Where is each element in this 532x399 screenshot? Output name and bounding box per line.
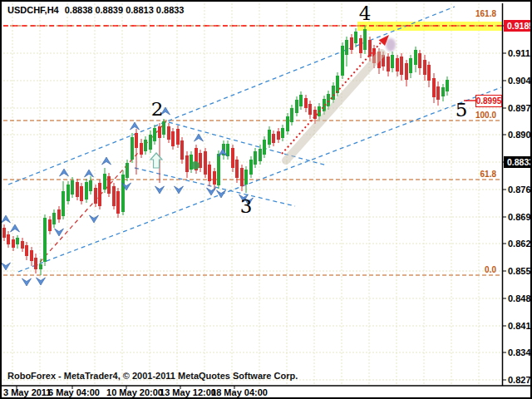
candle: [149, 135, 152, 150]
candle: [98, 183, 101, 206]
fractal-up-icon: [2, 215, 11, 223]
price-tick-label: 0.8975: [508, 103, 532, 113]
candle: [66, 185, 70, 201]
candle: [21, 241, 24, 249]
candle: [441, 87, 445, 96]
smudge-mark: [386, 38, 396, 52]
candle: [208, 165, 211, 181]
fractal-down-icon: [207, 188, 216, 195]
candle: [185, 155, 189, 172]
candle: [272, 134, 275, 143]
candle: [295, 100, 298, 113]
candle: [414, 50, 417, 65]
candle: [25, 245, 28, 256]
candle: [423, 60, 426, 75]
time-tick-label: 18 May 04:00: [211, 387, 268, 397]
price-marker-0.8833: 0.8833: [504, 156, 532, 168]
candle: [290, 108, 293, 122]
wave-point-label-3: 3: [240, 197, 253, 216]
price-tick-label: 0.8555: [508, 266, 532, 276]
candle: [446, 80, 449, 91]
fractal-down-icon: [217, 190, 226, 198]
fib-level-label: 0.0: [485, 265, 496, 274]
candle: [126, 163, 129, 178]
price-tick-label: 0.8905: [508, 130, 532, 140]
candle: [48, 219, 52, 231]
candle: [121, 175, 125, 212]
fib-level-label: 161.8: [475, 9, 496, 18]
candle: [231, 148, 234, 168]
price-marker-0.9185: 0.9185: [504, 20, 532, 32]
chart-canvas[interactable]: [2, 2, 532, 399]
candle: [116, 191, 120, 214]
candle: [327, 94, 330, 106]
candle: [80, 186, 83, 201]
candle: [39, 264, 42, 269]
copyright-notice: RoboForex - MetaTrader4, © 2001-2011 Met…: [7, 371, 298, 381]
candle: [345, 40, 348, 55]
candle: [213, 171, 216, 185]
candle: [359, 38, 362, 53]
candle: [180, 140, 184, 160]
candle: [158, 126, 161, 138]
up-arrow-glyph-icon: [150, 153, 162, 168]
price-tick-label: 0.8415: [508, 321, 532, 331]
price-tick-label: 0.8625: [508, 239, 532, 249]
fib-level-label: 100.0: [475, 111, 496, 120]
chart-title: USDCHF,H40.8838 0.8839 0.8813 0.8833: [7, 5, 184, 15]
candle: [94, 188, 97, 204]
candle: [235, 160, 239, 178]
candle: [140, 143, 143, 155]
candle: [153, 128, 156, 141]
candle: [308, 104, 312, 115]
forecast-price-label: 0.8995: [475, 95, 502, 107]
candle: [16, 238, 19, 244]
candle: [76, 182, 79, 197]
candle: [254, 151, 257, 165]
price-tick-label: 0.9115: [508, 48, 532, 58]
candle: [368, 40, 372, 57]
candle: [176, 129, 180, 145]
fractal-up-icon: [11, 224, 20, 232]
candle: [405, 63, 408, 80]
candle: [387, 57, 390, 71]
candle: [409, 58, 412, 73]
candle: [354, 32, 357, 43]
fibonacci-lines-layer: [3, 26, 502, 275]
symbol-timeframe-label: USDCHF,H4: [7, 5, 59, 15]
candle: [30, 250, 33, 261]
trendlines-layer: [8, 7, 501, 272]
fib-level-label: 61.8: [480, 170, 496, 179]
candle: [350, 37, 353, 50]
price-tick-label: 0.8765: [508, 185, 532, 195]
candle: [341, 46, 344, 76]
price-tick-label: 0.8695: [508, 212, 532, 222]
candle: [240, 168, 244, 186]
candle: [286, 116, 289, 131]
time-tick-label: 13 May 12:00: [160, 387, 216, 397]
candle: [162, 121, 165, 135]
candle: [281, 128, 284, 138]
candle: [107, 176, 111, 194]
candle: [135, 133, 138, 148]
candle: [12, 239, 15, 248]
price-tick-label: 0.9045: [508, 76, 532, 86]
fractal-up-icon: [195, 134, 204, 141]
wave-point-label-5: 5: [456, 101, 468, 120]
fractal-up-icon: [85, 170, 94, 177]
candle: [52, 213, 56, 224]
candle: [259, 149, 262, 161]
candle: [336, 76, 339, 93]
candle: [432, 78, 436, 97]
candle: [299, 95, 303, 106]
candle: [89, 180, 92, 191]
mt4-chart-window: USDCHF,H40.8838 0.8839 0.8813 0.8833 Rob…: [0, 0, 532, 399]
time-tick-label: 6 May 04:00: [48, 387, 100, 397]
candle: [400, 57, 403, 75]
price-tick-label: 0.8485: [508, 293, 532, 303]
fractal-down-icon: [37, 278, 46, 285]
candle: [436, 86, 440, 100]
candle: [144, 140, 147, 151]
candle: [304, 98, 308, 108]
candle: [268, 130, 271, 145]
